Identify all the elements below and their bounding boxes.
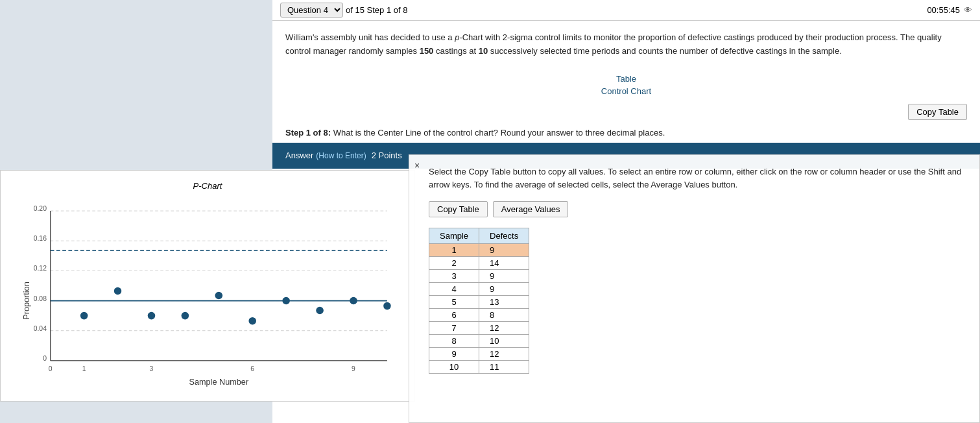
svg-point-24 xyxy=(350,297,357,305)
step-label: Step 1 of 8: xyxy=(285,128,331,138)
main-container: Question 4 of 15 Step 1 of 8 00:55:45 👁 … xyxy=(0,0,980,423)
sample-cell[interactable]: 8 xyxy=(429,335,479,348)
table-row[interactable]: 1011 xyxy=(429,361,529,374)
defects-cell[interactable]: 9 xyxy=(479,270,529,283)
defects-cell[interactable]: 13 xyxy=(479,296,529,309)
table-row[interactable]: 810 xyxy=(429,335,529,348)
tabs-row: Table Control Chart xyxy=(272,74,980,96)
eye-icon[interactable]: 👁 xyxy=(964,5,972,15)
control-chart-tab[interactable]: Control Chart xyxy=(601,86,651,96)
svg-point-22 xyxy=(282,297,290,305)
col-header-sample[interactable]: Sample xyxy=(429,228,479,244)
defects-cell[interactable]: 11 xyxy=(479,361,529,374)
table-row[interactable]: 49 xyxy=(429,283,529,296)
copy-table-button[interactable]: Copy Table xyxy=(908,104,967,120)
question-of: of 15 Step 1 of 8 xyxy=(346,5,407,15)
sample-cell[interactable]: 3 xyxy=(429,270,479,283)
svg-text:3: 3 xyxy=(150,365,154,372)
svg-point-19 xyxy=(182,312,189,320)
table-row[interactable]: 513 xyxy=(429,296,529,309)
col-header-defects[interactable]: Defects xyxy=(479,228,529,244)
question-text-2: castings at xyxy=(433,46,478,56)
defects-cell[interactable]: 12 xyxy=(479,348,529,361)
table-row[interactable]: 68 xyxy=(429,309,529,322)
table-row[interactable]: 214 xyxy=(429,257,529,270)
copy-table-btn-row: Copy Table xyxy=(272,101,980,123)
defects-cell[interactable]: 9 xyxy=(479,283,529,296)
svg-text:0.04: 0.04 xyxy=(34,325,47,332)
sample-cell[interactable]: 5 xyxy=(429,296,479,309)
modal-copy-table-button[interactable]: Copy Table xyxy=(429,201,488,217)
svg-point-21 xyxy=(248,317,256,325)
svg-text:6: 6 xyxy=(250,365,254,372)
table-row[interactable]: 712 xyxy=(429,322,529,335)
chart-area: Proportion 0.20 0.16 0.12 0.08 0.04 0 xyxy=(14,196,401,391)
svg-point-20 xyxy=(215,292,223,300)
defects-cell[interactable]: 8 xyxy=(479,309,529,322)
defects-cell[interactable]: 10 xyxy=(479,335,529,348)
defects-cell[interactable]: 9 xyxy=(479,244,529,257)
num2: 10 xyxy=(479,46,488,56)
step-text: Step 1 of 8: What is the Center Line of … xyxy=(272,123,980,143)
svg-text:0: 0 xyxy=(43,355,47,362)
question-header: Question 4 of 15 Step 1 of 8 00:55:45 👁 xyxy=(272,0,980,21)
sample-cell[interactable]: 1 xyxy=(429,244,479,257)
modal-body: Select the Copy Table button to copy all… xyxy=(409,155,979,422)
svg-text:0.20: 0.20 xyxy=(34,205,47,212)
question-body: William's assembly unit has decided to u… xyxy=(272,21,980,69)
modal-close-button[interactable]: × xyxy=(414,160,420,171)
data-table: Sample Defects 1921439495136871281091210… xyxy=(429,228,529,374)
question-text-3: successively selected time periods and c… xyxy=(488,46,842,56)
table-row[interactable]: 39 xyxy=(429,270,529,283)
table-row[interactable]: 912 xyxy=(429,348,529,361)
svg-text:Proportion: Proportion xyxy=(22,282,31,320)
svg-point-17 xyxy=(114,287,122,295)
modal-buttons: Copy Table Average Values xyxy=(429,201,969,217)
svg-point-25 xyxy=(383,302,391,310)
modal-instruction: Select the Copy Table button to copy all… xyxy=(429,165,969,191)
how-to-enter-link[interactable]: (How to Enter) xyxy=(316,151,366,160)
svg-text:Sample Number: Sample Number xyxy=(189,378,248,387)
num1: 150 xyxy=(420,46,434,56)
timer-area: 00:55:45 👁 xyxy=(927,5,972,15)
sample-cell[interactable]: 4 xyxy=(429,283,479,296)
question-selector: Question 4 of 15 Step 1 of 8 xyxy=(280,3,407,18)
svg-text:9: 9 xyxy=(352,365,355,372)
svg-point-16 xyxy=(80,312,88,320)
svg-text:0.08: 0.08 xyxy=(34,295,47,302)
defects-cell[interactable]: 12 xyxy=(479,322,529,335)
svg-text:0: 0 xyxy=(49,365,53,372)
sample-cell[interactable]: 9 xyxy=(429,348,479,361)
timer-display: 00:55:45 xyxy=(927,5,960,15)
modal-overlay: × Select the Copy Table button to copy a… xyxy=(409,154,980,423)
svg-text:0.16: 0.16 xyxy=(34,235,47,242)
table-tab[interactable]: Table xyxy=(616,74,636,84)
points-label: 2 Points xyxy=(372,151,402,160)
sample-cell[interactable]: 6 xyxy=(429,309,479,322)
average-values-button[interactable]: Average Values xyxy=(493,201,569,217)
svg-point-18 xyxy=(148,312,156,320)
svg-text:1: 1 xyxy=(82,365,86,372)
chart-title: P-Chart xyxy=(14,181,401,191)
table-row[interactable]: 19 xyxy=(429,244,529,257)
step-question-text: What is the Center Line of the control c… xyxy=(333,128,665,138)
svg-point-23 xyxy=(316,307,324,315)
answer-label: Answer xyxy=(285,151,313,160)
question-dropdown[interactable]: Question 4 xyxy=(280,3,343,18)
pchart-svg: Proportion 0.20 0.16 0.12 0.08 0.04 0 xyxy=(14,196,401,391)
svg-text:0.12: 0.12 xyxy=(34,265,47,272)
chart-container: P-Chart Proportion 0.20 0.16 0.12 0.08 0… xyxy=(0,170,415,402)
sample-cell[interactable]: 2 xyxy=(429,257,479,270)
sample-cell[interactable]: 10 xyxy=(429,361,479,374)
defects-cell[interactable]: 14 xyxy=(479,257,529,270)
sample-cell[interactable]: 7 xyxy=(429,322,479,335)
